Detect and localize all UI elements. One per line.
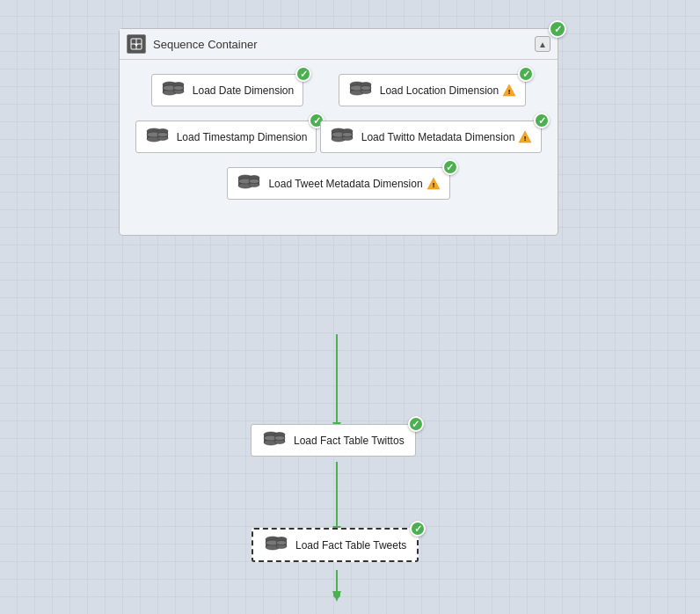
task-success-badge-load-fact-twittos xyxy=(408,416,424,432)
svg-text:!: ! xyxy=(524,135,527,143)
svg-point-64 xyxy=(274,436,285,441)
svg-point-26 xyxy=(361,86,371,91)
db-icon-load-date xyxy=(161,80,186,100)
svg-marker-5 xyxy=(332,591,341,602)
task-node-load-twitto-meta[interactable]: Load Twitto Metadata Dimension ! xyxy=(320,121,543,153)
db-icon-load-fact-tweets xyxy=(264,535,288,555)
svg-point-36 xyxy=(157,133,168,137)
task-label-load-date: Load Date Dimension xyxy=(193,84,294,97)
task-node-load-fact-twittos[interactable]: Load Fact Table Twittos xyxy=(251,424,416,457)
collapse-button[interactable]: ▲ xyxy=(535,36,551,52)
warning-icon-load-location: ! xyxy=(502,84,516,98)
svg-point-54 xyxy=(249,179,259,184)
task-success-badge-load-location xyxy=(518,66,534,82)
warning-icon-load-tweet-meta: ! xyxy=(427,177,441,191)
task-success-badge-load-tweet-meta xyxy=(442,159,458,175)
container-success-badge xyxy=(549,20,566,38)
task-node-load-tweet-meta[interactable]: Load Tweet Metadata Dimension ! xyxy=(227,167,449,200)
task-label-load-twitto-meta: Load Twitto Metadata Dimension xyxy=(361,131,515,143)
task-node-load-location[interactable]: Load Location Dimension ! xyxy=(339,74,526,106)
sequence-container-icon xyxy=(127,34,146,54)
container-body: Load Date Dimension xyxy=(120,60,558,235)
task-label-load-location: Load Location Dimension xyxy=(380,84,499,97)
db-icon-load-timestamp xyxy=(145,127,170,147)
task-success-badge-load-date xyxy=(295,66,311,82)
svg-text:!: ! xyxy=(508,88,511,96)
db-icon-load-twitto-meta xyxy=(330,127,354,147)
warning-icon-load-twitto-meta: ! xyxy=(518,130,532,144)
container-title: Sequence Container xyxy=(153,38,535,51)
db-icon-load-tweet-meta xyxy=(237,173,261,194)
db-icon-load-location xyxy=(348,80,373,100)
task-label-load-fact-tweets: Load Fact Table Tweets xyxy=(295,539,406,552)
task-success-badge-load-twitto-meta xyxy=(534,113,550,128)
svg-marker-10 xyxy=(135,44,138,47)
container-header: Sequence Container ▲ xyxy=(120,29,558,60)
svg-point-44 xyxy=(342,133,353,137)
task-node-load-timestamp[interactable]: Load Timestamp Dimension xyxy=(135,121,317,153)
svg-point-6 xyxy=(333,591,340,598)
db-icon-load-fact-twittos xyxy=(262,430,287,450)
svg-point-72 xyxy=(276,541,287,545)
task-label-load-fact-twittos: Load Fact Table Twittos xyxy=(294,435,405,447)
svg-text:!: ! xyxy=(432,181,434,189)
task-node-load-date[interactable]: Load Date Dimension xyxy=(151,74,303,106)
task-node-load-fact-tweets[interactable]: Load Fact Table Tweets xyxy=(252,528,419,562)
task-label-load-tweet-meta: Load Tweet Metadata Dimension xyxy=(268,178,422,190)
sequence-container: Sequence Container ▲ xyxy=(119,28,558,236)
svg-point-18 xyxy=(173,86,184,91)
task-success-badge-load-fact-tweets xyxy=(410,521,426,537)
task-label-load-timestamp: Load Timestamp Dimension xyxy=(177,131,308,143)
